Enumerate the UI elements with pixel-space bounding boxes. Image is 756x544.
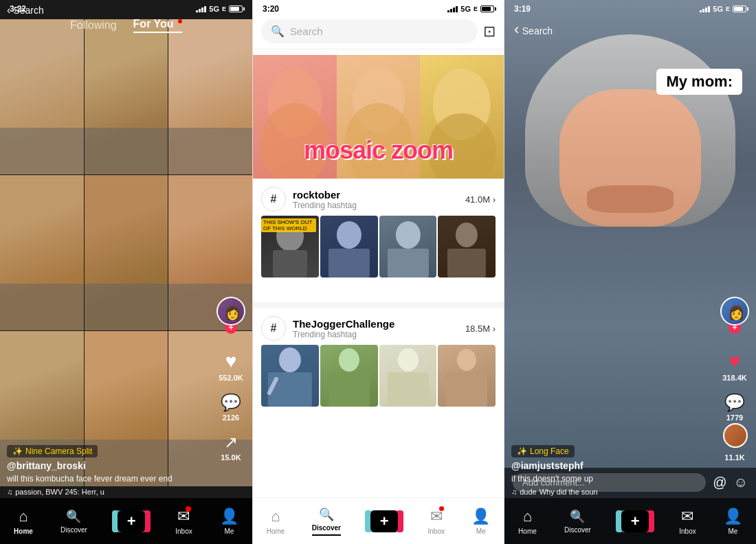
right-nav-discover[interactable]: 🔍 Discover: [564, 509, 591, 534]
star-icon: ✨: [12, 446, 23, 456]
right-signal: [700, 5, 710, 12]
discover-icon: 🔍: [66, 509, 81, 524]
creator-username[interactable]: @brittany_broski: [7, 460, 211, 471]
right-like-button[interactable]: ♥ 318.4K: [722, 350, 746, 382]
avatar-container[interactable]: 👩 +: [216, 297, 245, 334]
comment-action-icons: @ ☺: [713, 475, 748, 490]
svg-point-12: [456, 223, 478, 247]
thumb-5: [261, 345, 319, 407]
right-nav-me[interactable]: 👤 Me: [724, 508, 742, 535]
mid-inbox-dot: [439, 506, 444, 511]
mid-nav-inbox[interactable]: ✉ Inbox: [428, 508, 445, 535]
mid-network: 5G: [460, 5, 471, 13]
right-plus-inner: +: [621, 510, 649, 532]
search-icon: 🔍: [271, 25, 285, 38]
right-home-icon: ⌂: [523, 508, 532, 525]
emoji-person-icon[interactable]: @: [713, 475, 726, 490]
active-tab-indicator: [312, 534, 341, 536]
hashtag1-name[interactable]: rocktober: [293, 189, 458, 201]
nav-home[interactable]: ⌂ Home: [14, 508, 33, 535]
share-button[interactable]: ↗ 15.0K: [221, 433, 241, 462]
nav-discover[interactable]: 🔍 Discover: [60, 509, 87, 534]
right-network-type: E: [726, 5, 730, 12]
mosaic-banner[interactable]: mosaic zoom: [253, 55, 504, 179]
mid-status-bar: 3:20 5G E: [253, 0, 504, 15]
thumb-svg-5: [261, 345, 319, 407]
right-panel: 3:19 5G E ‹ Search My mom: 👩 +: [504, 0, 756, 544]
mid-nav-discover[interactable]: 🔍 Discover: [312, 507, 341, 536]
back-arrow-icon: ‹: [514, 21, 519, 38]
emoji-face-icon[interactable]: ☺: [734, 475, 748, 490]
mid-inbox-label: Inbox: [428, 528, 445, 535]
face-cell-4: [0, 175, 84, 330]
svg-rect-9: [329, 249, 370, 277]
hash-symbol-2: #: [261, 316, 286, 341]
svg-rect-11: [387, 249, 428, 277]
nav-me[interactable]: 👤 Me: [220, 508, 238, 535]
face-cell-5: [85, 175, 168, 330]
svg-point-21: [457, 349, 476, 371]
right-nav-home[interactable]: ⌂ Home: [518, 508, 537, 535]
mid-create-button[interactable]: +: [368, 510, 401, 532]
right-video-caption: if this doesn't some up: [511, 473, 715, 485]
hashtag-section-1: # rocktober Trending hashtag 41.0M › THI…: [253, 179, 504, 286]
hashtag2-thumbs: [253, 345, 504, 415]
right-time: 3:19: [514, 4, 531, 14]
music-name: passion, BWV 245: Herr, u: [15, 488, 104, 496]
nav-inbox[interactable]: ✉ Inbox: [175, 508, 192, 535]
share-icon: ↗: [224, 433, 238, 452]
right-comment-button[interactable]: 💬 1779: [724, 393, 745, 422]
mid-network-type: E: [474, 5, 478, 12]
thumb-2: [320, 216, 378, 277]
music-icon: ♫: [7, 488, 12, 496]
like-button[interactable]: ♥ 552.0K: [219, 350, 243, 382]
thumb-3: [379, 216, 437, 277]
for-you-nav[interactable]: For You: [133, 18, 182, 33]
thumb-8: [438, 345, 496, 407]
mid-home-label: Home: [267, 528, 285, 535]
discover-label: Discover: [60, 526, 87, 534]
search-box[interactable]: 🔍 Search: [261, 19, 478, 43]
mid-me-icon: 👤: [471, 508, 490, 525]
mid-me-label: Me: [476, 528, 486, 535]
right-comment-count: 1779: [726, 413, 743, 422]
thumb-4: [438, 216, 496, 277]
right-creator-username[interactable]: @iamjuststephf: [511, 460, 715, 471]
right-music-info: ♫ dude Why did the soun: [511, 488, 715, 496]
mid-bottom-nav: ⌂ Home 🔍 Discover + ✉ Inbox 👤 Me: [253, 497, 504, 544]
right-create-button[interactable]: +: [619, 510, 652, 532]
scan-icon[interactable]: ⊡: [483, 23, 496, 41]
svg-point-17: [339, 348, 359, 372]
thumb-svg-4: [438, 216, 496, 277]
right-nav-create[interactable]: +: [619, 510, 652, 532]
face-cell-2: [85, 19, 168, 174]
create-plus-button[interactable]: +: [115, 510, 148, 532]
right-avatar-container[interactable]: 👩 +: [720, 297, 749, 334]
left-bottom-nav: ⌂ Home 🔍 Discover + ✉ Inbox 👤 Me: [0, 497, 252, 544]
thumb-svg-8: [438, 345, 496, 407]
avatar-image: 👩: [218, 298, 245, 326]
right-nav-inbox[interactable]: ✉ Inbox: [679, 508, 696, 535]
middle-panel: 3:20 5G E 🔍 Search ⊡: [252, 0, 504, 544]
right-back-button[interactable]: ‹ Search: [514, 21, 553, 38]
following-nav[interactable]: Following: [70, 19, 117, 32]
comment-button[interactable]: 💬 2126: [221, 393, 241, 422]
right-discover-icon: 🔍: [570, 509, 585, 524]
search-placeholder-text: Search: [290, 25, 323, 37]
nav-create[interactable]: +: [115, 510, 148, 532]
arrow-icon-2: ›: [493, 324, 496, 334]
mid-nav-home[interactable]: ⌂ Home: [267, 508, 285, 535]
mid-battery: [480, 5, 494, 12]
mid-nav-me[interactable]: 👤 Me: [471, 508, 490, 535]
svg-rect-22: [446, 372, 487, 407]
left-header-nav: Following For You: [0, 18, 252, 33]
mid-nav-create[interactable]: +: [368, 510, 401, 532]
hashtag2-name[interactable]: TheJoggerChallenge: [293, 318, 458, 330]
right-music-label: dude: [520, 488, 536, 496]
arrow-icon-1: ›: [493, 194, 496, 205]
right-me-label: Me: [728, 528, 737, 535]
right-bottom-nav: ⌂ Home 🔍 Discover + ✉ Inbox 👤 Me: [504, 497, 756, 544]
mid-home-icon: ⌂: [271, 508, 280, 525]
thumb-7: [379, 345, 437, 407]
hashtag2-sub: Trending hashtag: [293, 330, 458, 339]
